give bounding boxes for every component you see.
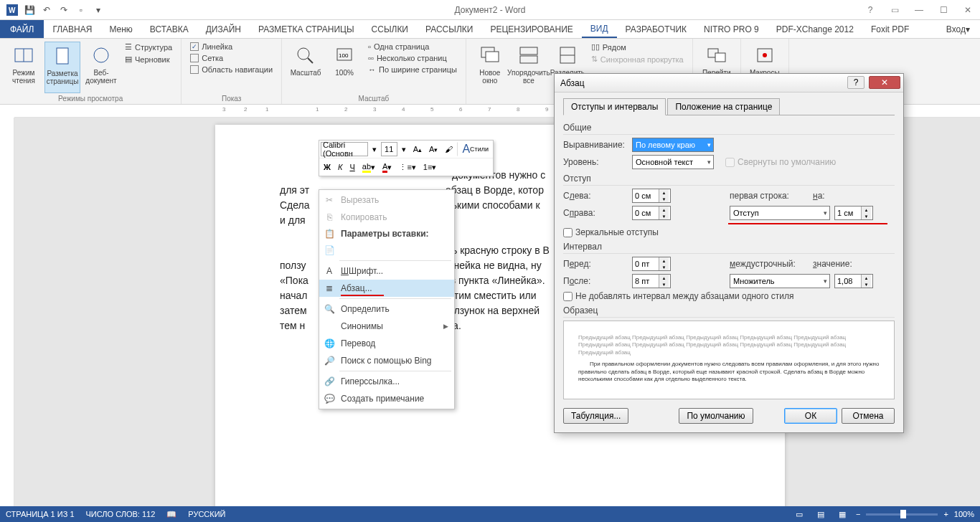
page-indicator[interactable]: СТРАНИЦА 1 ИЗ 1: [6, 510, 75, 518]
sync-scroll-button[interactable]: ⇅Синхронная прокрутка: [588, 54, 687, 65]
firstline-value-spinner[interactable]: ▲▼: [834, 206, 873, 220]
tab-nitro[interactable]: NITRO PRO 9: [695, 20, 768, 38]
right-indent-spinner[interactable]: ▲▼: [632, 206, 671, 220]
ctx-define[interactable]: 🔍Определить: [319, 300, 454, 318]
zoom-button[interactable]: Масштаб: [288, 42, 324, 93]
navpane-checkbox[interactable]: Область навигации: [187, 65, 275, 75]
cancel-button[interactable]: Отмена: [842, 408, 895, 424]
multi-page-button[interactable]: ▫▫Несколько страниц: [365, 53, 460, 63]
linespacing-select[interactable]: Множитель: [730, 274, 830, 288]
shrink-font-icon[interactable]: A▾: [426, 142, 440, 156]
zoom-in-button[interactable]: +: [943, 510, 948, 518]
ribbon-opts-icon[interactable]: ▭: [885, 3, 904, 17]
spellcheck-icon[interactable]: 📖: [166, 510, 176, 519]
page-width-button[interactable]: ↔По ширине страницы: [365, 65, 460, 75]
ctx-cut[interactable]: ✂Вырезать: [319, 191, 454, 209]
dialog-tab-indents[interactable]: Отступы и интервалы: [563, 98, 666, 115]
underline-button[interactable]: Ч: [347, 160, 357, 174]
zoom-out-button[interactable]: −: [856, 510, 860, 518]
web-layout-button[interactable]: Веб-документ: [83, 42, 119, 93]
one-page-button[interactable]: ▫Одна страница: [365, 42, 460, 52]
dialog-tab-position[interactable]: Положение на странице: [667, 98, 780, 115]
default-button[interactable]: По умолчанию: [679, 408, 753, 424]
tab-foxit[interactable]: Foxit PDF: [862, 20, 918, 38]
tab-developer[interactable]: РАЗРАБОТЧИК: [617, 20, 696, 38]
tab-pdfxchange[interactable]: PDF-XChange 2012: [768, 20, 862, 38]
bullets-button[interactable]: ⋮≡▾: [396, 160, 418, 174]
side-by-side-button[interactable]: ▯▯Рядом: [588, 42, 687, 52]
collapse-checkbox[interactable]: Свернуты по умолчанию: [725, 157, 836, 167]
size-dropdown-icon[interactable]: ▾: [399, 142, 409, 156]
zoom-slider[interactable]: [866, 513, 938, 516]
format-painter-icon[interactable]: 🖌: [442, 142, 456, 156]
ruler-vertical[interactable]: [0, 118, 14, 506]
font-color-button[interactable]: A▾: [380, 160, 395, 174]
close-icon[interactable]: ✕: [958, 3, 977, 17]
read-mode-button[interactable]: Режим чтения: [6, 42, 42, 93]
tab-home[interactable]: ГЛАВНАЯ: [44, 20, 100, 38]
dialog-help-button[interactable]: ?: [847, 76, 864, 89]
login-button[interactable]: Вход ▾: [936, 20, 980, 38]
maximize-icon[interactable]: ☐: [934, 3, 953, 17]
draft-button[interactable]: ▤Черновик: [122, 54, 175, 65]
tab-menu[interactable]: Меню: [100, 20, 141, 38]
numbering-button[interactable]: 1≡▾: [420, 160, 440, 174]
arrange-all-button[interactable]: Упорядочить все: [511, 42, 547, 93]
help-icon[interactable]: ?: [861, 3, 880, 17]
font-dropdown-icon[interactable]: ▾: [369, 142, 380, 156]
undo-icon[interactable]: ↶: [39, 2, 55, 18]
level-select[interactable]: Основной текст: [632, 155, 714, 169]
italic-button[interactable]: К: [335, 160, 345, 174]
mirror-indents-checkbox[interactable]: Зеркальные отступы: [563, 227, 895, 237]
linespacing-value-spinner[interactable]: ▲▼: [834, 274, 873, 288]
size-selector[interactable]: 11: [381, 142, 397, 156]
tab-file[interactable]: ФАЙЛ: [0, 20, 44, 38]
dialog-titlebar[interactable]: Абзац ? ✕: [555, 74, 903, 92]
ruler-checkbox[interactable]: ✓Линейка: [187, 42, 275, 52]
highlight-button[interactable]: ab▾: [359, 160, 378, 174]
font-selector[interactable]: Calibri (Основн: [321, 142, 368, 156]
ctx-font[interactable]: AШШрифт...: [319, 262, 454, 280]
tab-review[interactable]: РЕЦЕНЗИРОВАНИЕ: [481, 20, 581, 38]
read-view-icon[interactable]: ▭: [791, 508, 807, 521]
after-spinner[interactable]: ▲▼: [632, 274, 671, 288]
dialog-close-button[interactable]: ✕: [869, 76, 900, 89]
firstline-select[interactable]: Отступ: [730, 206, 830, 220]
new-window-button[interactable]: Новое окно: [472, 42, 508, 93]
ctx-translate[interactable]: 🌐Перевод: [319, 335, 454, 352]
outline-button[interactable]: ☰Структура: [122, 42, 175, 52]
styles-button[interactable]: AСтили: [457, 142, 491, 156]
ok-button[interactable]: ОК: [784, 408, 837, 424]
tab-pagelayout[interactable]: РАЗМЕТКА СТРАНИЦЫ: [250, 20, 363, 38]
web-view-icon[interactable]: ▦: [834, 508, 850, 521]
word-icon[interactable]: W: [4, 2, 20, 18]
word-count[interactable]: ЧИСЛО СЛОВ: 112: [86, 510, 156, 518]
ctx-bing-search[interactable]: 🔎Поиск с помощью Bing: [319, 352, 454, 369]
new-doc-icon[interactable]: ▫: [73, 2, 89, 18]
ctx-synonyms[interactable]: Синонимы▶: [319, 318, 454, 335]
grow-font-icon[interactable]: A▴: [410, 142, 425, 156]
redo-icon[interactable]: ↷: [56, 2, 72, 18]
qat-more-icon[interactable]: ▾: [90, 2, 106, 18]
left-indent-spinner[interactable]: ▲▼: [632, 189, 671, 203]
gridlines-checkbox[interactable]: Сетка: [187, 53, 275, 63]
ctx-paragraph[interactable]: ≣Абзац...: [319, 280, 454, 297]
ctx-copy[interactable]: ⎘Копировать: [319, 209, 454, 226]
minimize-icon[interactable]: —: [910, 3, 928, 17]
alignment-select[interactable]: По левому краю: [632, 138, 714, 152]
tab-design[interactable]: ДИЗАЙН: [197, 20, 250, 38]
page-layout-button[interactable]: Разметка страницы: [44, 42, 80, 93]
tab-insert[interactable]: ВСТАВКА: [141, 20, 197, 38]
zoom-100-button[interactable]: 100 100%: [326, 42, 362, 93]
tab-view[interactable]: ВИД: [582, 20, 617, 38]
ctx-hyperlink[interactable]: 🔗Гиперссылка...: [319, 373, 454, 390]
tab-mailings[interactable]: РАССЫЛКИ: [417, 20, 481, 38]
ctx-paste-option[interactable]: 📄: [319, 242, 454, 259]
bold-button[interactable]: Ж: [321, 160, 334, 174]
zoom-level[interactable]: 100%: [954, 510, 974, 518]
language-indicator[interactable]: РУССКИЙ: [188, 510, 225, 518]
noadd-spacing-checkbox[interactable]: Не добавлять интервал между абзацами одн…: [563, 291, 895, 301]
tab-references[interactable]: ССЫЛКИ: [363, 20, 417, 38]
ctx-comment[interactable]: 💬Создать примечание: [319, 390, 454, 407]
print-view-icon[interactable]: ▤: [813, 508, 829, 521]
